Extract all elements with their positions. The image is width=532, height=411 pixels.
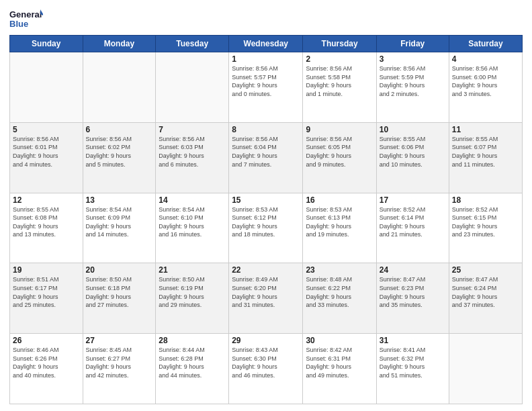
table-row: 23Sunrise: 8:48 AMSunset: 6:22 PMDayligh… [303,263,376,334]
day-info-line: Daylight: 9 hours [380,363,425,370]
day-info-line: Sunrise: 8:51 AM [13,276,59,283]
day-info-line: Sunset: 6:22 PM [306,285,351,291]
day-info-line: Sunset: 6:01 PM [13,144,58,150]
calendar-week-row: 5Sunrise: 8:56 AMSunset: 6:01 PMDaylight… [10,122,523,193]
table-row: 2Sunrise: 8:56 AMSunset: 5:58 PMDaylight… [303,52,376,123]
table-row: 13Sunrise: 8:54 AMSunset: 6:09 PMDayligh… [83,193,156,263]
day-info-line: Sunset: 6:07 PM [452,144,497,150]
header-sunday: Sunday [10,36,83,52]
day-info-line: Sunset: 6:32 PM [380,355,425,362]
day-info-line: Sunset: 6:12 PM [232,214,277,221]
day-info-line: Daylight: 9 hours [232,152,277,159]
day-number: 27 [86,336,153,345]
day-info-line: and 35 minutes. [380,302,423,308]
day-info-line: and 5 minutes. [86,161,126,168]
day-info-line: Sunset: 6:09 PM [86,214,131,221]
day-number: 6 [86,125,153,134]
day-info-line: Daylight: 9 hours [13,152,58,159]
day-info-line: and 13 minutes. [13,231,56,238]
logo-svg: General Blue [9,7,43,31]
day-info-line: Daylight: 9 hours [232,82,277,89]
day-info-line: Daylight: 9 hours [159,293,204,300]
day-info-line: and 7 minutes. [232,161,271,168]
table-row: 5Sunrise: 8:56 AMSunset: 6:01 PMDaylight… [10,122,83,193]
day-info: Sunrise: 8:56 AMSunset: 5:58 PMDaylight:… [306,64,373,98]
day-info-line: Sunset: 6:08 PM [13,214,58,221]
day-number: 3 [380,54,446,64]
calendar-table: Sunday Monday Tuesday Wednesday Thursday… [9,35,523,404]
day-info: Sunrise: 8:48 AMSunset: 6:22 PMDaylight:… [306,275,373,309]
day-info-line: Daylight: 9 hours [380,82,425,89]
header-wednesday: Wednesday [229,36,303,52]
day-info-line: Sunrise: 8:53 AM [232,206,278,213]
day-number: 13 [86,195,153,205]
day-info-line: Sunrise: 8:55 AM [380,136,426,142]
day-info-line: Sunrise: 8:56 AM [306,65,352,72]
table-row: 27Sunrise: 8:45 AMSunset: 6:27 PMDayligh… [83,334,156,404]
day-info-line: and 9 minutes. [306,161,345,168]
day-info-line: and 10 minutes. [380,161,423,168]
day-info-line: Daylight: 9 hours [380,152,425,159]
day-info-line: and 18 minutes. [232,231,275,238]
day-info: Sunrise: 8:56 AMSunset: 6:04 PMDaylight:… [232,135,300,169]
day-info-line: and 42 minutes. [86,372,129,379]
table-row: 8Sunrise: 8:56 AMSunset: 6:04 PMDaylight… [229,122,303,193]
day-info-line: and 49 minutes. [306,372,349,379]
table-row: 28Sunrise: 8:44 AMSunset: 6:28 PMDayligh… [156,334,229,404]
day-info-line: and 2 minutes. [380,91,419,97]
table-row: 12Sunrise: 8:55 AMSunset: 6:08 PMDayligh… [10,193,83,263]
day-info-line: Sunset: 6:18 PM [86,285,131,291]
logo: General Blue [9,7,43,31]
day-info-line: Sunset: 6:13 PM [306,214,351,221]
day-number: 14 [159,195,226,205]
header-saturday: Saturday [449,36,522,52]
day-number: 5 [13,125,80,134]
table-row: 30Sunrise: 8:42 AMSunset: 6:31 PMDayligh… [303,334,376,404]
day-info-line: Daylight: 9 hours [306,152,351,159]
calendar-week-row: 26Sunrise: 8:46 AMSunset: 6:26 PMDayligh… [10,334,523,404]
day-info-line: Sunset: 6:31 PM [306,355,351,362]
day-number: 25 [452,265,519,275]
day-number: 21 [159,265,226,275]
day-number: 2 [306,54,373,64]
table-row [83,52,156,123]
day-info-line: Sunrise: 8:50 AM [86,276,132,283]
header-tuesday: Tuesday [156,36,229,52]
day-info: Sunrise: 8:45 AMSunset: 6:27 PMDaylight:… [86,346,153,379]
day-info-line: Sunset: 6:03 PM [159,144,204,150]
day-info-line: Daylight: 9 hours [13,293,58,300]
day-number: 30 [306,336,373,345]
table-row: 4Sunrise: 8:56 AMSunset: 6:00 PMDaylight… [449,52,522,123]
day-info-line: Sunrise: 8:41 AM [380,347,426,353]
table-row [449,334,522,404]
day-info: Sunrise: 8:50 AMSunset: 6:19 PMDaylight:… [159,275,226,309]
calendar-week-row: 19Sunrise: 8:51 AMSunset: 6:17 PMDayligh… [10,263,523,334]
day-info-line: and 29 minutes. [159,302,202,308]
day-info: Sunrise: 8:55 AMSunset: 6:08 PMDaylight:… [13,205,80,239]
header-friday: Friday [376,36,449,52]
day-info-line: Sunrise: 8:52 AM [452,206,498,213]
day-info-line: and 14 minutes. [86,231,129,238]
day-info-line: Sunrise: 8:56 AM [232,136,278,142]
day-info-line: Sunset: 6:02 PM [86,144,131,150]
day-info-line: Sunset: 6:19 PM [159,285,204,291]
day-info-line: Sunrise: 8:44 AM [159,347,205,353]
day-info: Sunrise: 8:46 AMSunset: 6:26 PMDaylight:… [13,346,80,379]
table-row: 20Sunrise: 8:50 AMSunset: 6:18 PMDayligh… [83,263,156,334]
day-info-line: Sunset: 6:23 PM [380,285,425,291]
day-info-line: Sunrise: 8:47 AM [452,276,498,283]
day-info-line: Sunrise: 8:43 AM [232,347,278,353]
day-info-line: Daylight: 9 hours [86,293,132,300]
day-number: 10 [380,125,446,134]
day-info: Sunrise: 8:56 AMSunset: 5:59 PMDaylight:… [380,64,446,98]
table-row: 29Sunrise: 8:43 AMSunset: 6:30 PMDayligh… [229,334,303,404]
day-info-line: Daylight: 9 hours [232,293,277,300]
day-info-line: Sunset: 6:20 PM [232,285,277,291]
day-info-line: Daylight: 9 hours [306,223,351,230]
day-info-line: Sunrise: 8:54 AM [159,206,205,213]
day-info-line: Sunset: 6:30 PM [232,355,277,362]
day-info-line: Sunrise: 8:42 AM [306,347,352,353]
table-row: 14Sunrise: 8:54 AMSunset: 6:10 PMDayligh… [156,193,229,263]
day-info-line: Sunrise: 8:49 AM [232,276,278,283]
day-info-line: Daylight: 9 hours [306,82,351,89]
